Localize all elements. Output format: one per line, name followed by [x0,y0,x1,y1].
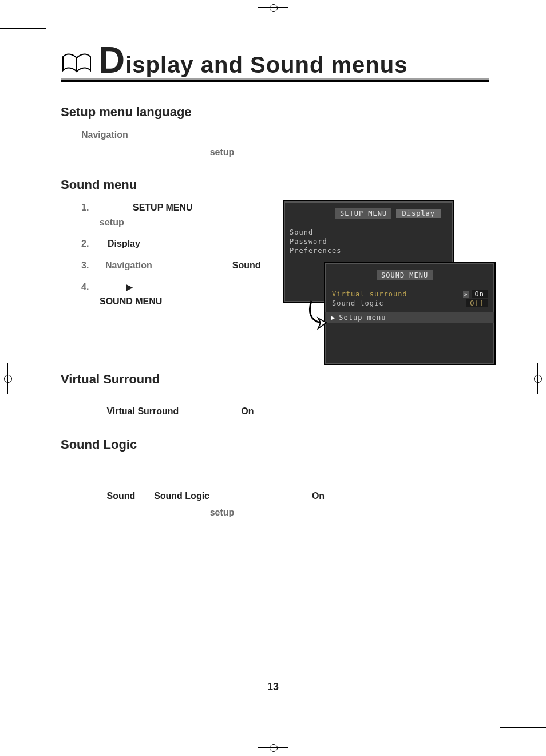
registration-mark [2,363,14,394]
tv-menu-item: Sound [284,228,453,237]
inline-keyword: Navigation [81,130,128,140]
section-heading-sound-menu: Sound menu [61,177,489,192]
tv-title: SETUP MENU [335,208,391,219]
tv-screenshot-group: SETUP MENU Display Sound Password Prefer… [283,200,489,372]
tv-menu-row: Sound logic Off [325,299,494,308]
page-title: Display and Sound menus [98,46,407,76]
section-heading-sound-logic: Sound Logic [61,437,489,452]
play-triangle-icon: ▶ [126,280,133,295]
chevron-right-icon: » [463,291,469,298]
crop-mark [0,28,46,29]
inline-keyword: setup [210,147,235,157]
section-heading-setup-language: Setup menu language [61,105,489,120]
registration-mark [258,742,288,754]
tv-menu-row: Virtual surround » On [325,290,494,299]
list-item: 2. Display [81,236,266,251]
crop-mark [500,727,546,728]
tv-title: SOUND MENU [377,270,433,280]
tv-sound-menu: SOUND MENU Virtual surround » On Sound l… [324,262,496,365]
section-heading-virtual-surround: Virtual Surround [61,372,489,387]
page-content: Display and Sound menus Setup menu langu… [57,46,489,710]
list-item: 3. Navigation Sound [81,258,266,273]
play-triangle-icon: ▶ [331,314,335,322]
page-title-row: Display and Sound menus [61,46,489,76]
registration-mark [258,2,288,14]
book-icon [61,51,93,76]
steps-list: 1. SETUP MENU setup 2. Display 3. Naviga… [81,200,266,309]
tv-menu-item: Preferences [284,246,453,255]
section-body: Virtual Surround On [81,404,489,419]
section-body: Sound Sound Logic On setup [81,460,489,520]
list-item: 4. ▶ SOUND MENU [81,280,266,309]
tv-footer-row: ▶Setup menu [325,312,494,323]
crop-mark [46,0,46,27]
tv-menu-item: Password [284,237,453,246]
arrow-swoosh-icon [307,298,330,332]
tv-menu-item: Display [396,209,441,218]
crop-mark [500,729,500,756]
page-number: 13 [57,681,489,693]
list-item: 1. SETUP MENU setup [81,200,266,229]
section-body: Navigation setup [81,128,489,159]
registration-mark [532,363,544,394]
